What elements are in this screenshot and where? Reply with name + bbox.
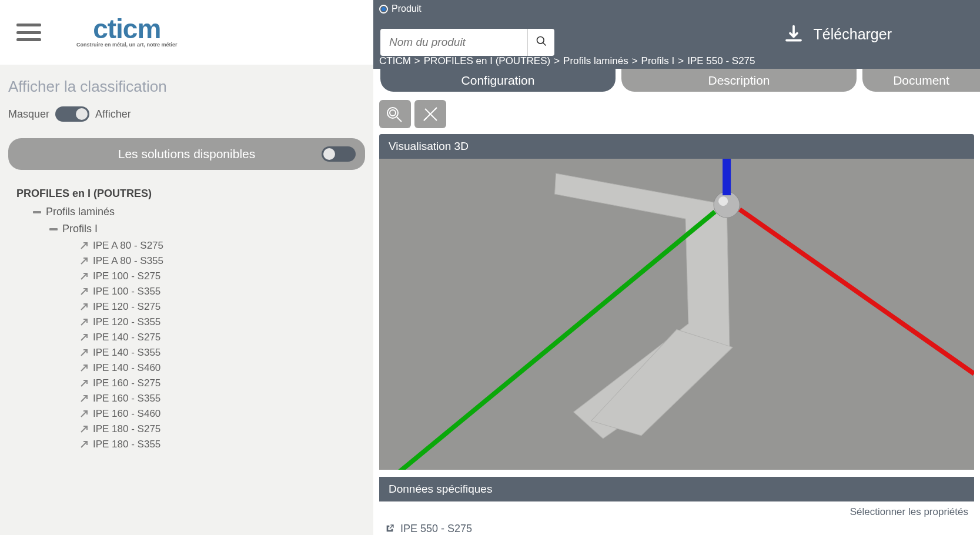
- zoom-icon: [385, 105, 405, 123]
- tree-leaf[interactable]: IPE 120 - S355: [80, 316, 363, 328]
- tree: PROFILES en I (POUTRES) Profils laminés …: [0, 188, 373, 535]
- tree-leaf[interactable]: IPE 180 - S275: [80, 423, 363, 435]
- tool-row: [373, 92, 980, 134]
- product-radio[interactable]: Produit: [379, 4, 422, 14]
- tree-level1[interactable]: Profils laminés: [33, 206, 363, 218]
- arrow-icon: [80, 272, 88, 280]
- arrow-icon: [80, 333, 88, 342]
- tab-description[interactable]: Description: [621, 69, 857, 92]
- svg-line-6: [425, 109, 437, 121]
- sidebar: cticm Construire en métal, un art, notre…: [0, 0, 373, 535]
- svg-line-15: [740, 209, 974, 374]
- classification-toggle[interactable]: [55, 106, 89, 122]
- external-link-icon: [385, 524, 394, 533]
- tree-leaf[interactable]: IPE 100 - S275: [80, 270, 363, 282]
- svg-point-11: [714, 192, 740, 218]
- collapse-icon: [33, 211, 41, 213]
- tabs: Configuration Description Document: [373, 69, 980, 92]
- arrow-icon: [80, 318, 88, 326]
- tree-leaf[interactable]: IPE A 80 - S275: [80, 240, 363, 252]
- arrow-icon: [80, 410, 88, 418]
- classification-toggle-row: Masquer Afficher: [0, 106, 373, 132]
- specific-data-header: Données spécifiques: [379, 477, 974, 501]
- solutions-toggle[interactable]: [322, 146, 356, 162]
- tab-document[interactable]: Document: [862, 69, 980, 92]
- arrow-icon: [80, 379, 88, 387]
- tree-leaf[interactable]: IPE 180 - S355: [80, 439, 363, 450]
- ruler-pencil-icon: [420, 105, 440, 123]
- arrow-icon: [80, 242, 88, 250]
- svg-point-4: [390, 110, 396, 116]
- arrow-icon: [80, 303, 88, 311]
- header-band: Produit Télécharger CTICM>PROFILES en I …: [373, 0, 980, 69]
- breadcrumb[interactable]: CTICM>PROFILES en I (POUTRES)>Profils la…: [379, 55, 755, 67]
- tree-leaf[interactable]: IPE A 80 - S355: [80, 255, 363, 267]
- arrow-icon: [80, 287, 88, 296]
- tree-leaf[interactable]: IPE 140 - S355: [80, 347, 363, 359]
- logo[interactable]: cticm Construire en métal, un art, notre…: [76, 17, 178, 47]
- tree-leaf[interactable]: IPE 160 - S355: [80, 393, 363, 404]
- visualisation-header: Visualisation 3D: [379, 134, 974, 159]
- collapse-icon: [49, 228, 58, 230]
- svg-line-7: [424, 118, 426, 121]
- tree-root[interactable]: PROFILES en I (POUTRES): [16, 188, 363, 200]
- product-link-row[interactable]: IPE 550 - S275: [373, 523, 980, 535]
- svg-line-8: [434, 108, 437, 110]
- arrow-icon: [80, 440, 88, 449]
- solutions-bar[interactable]: Les solutions disponibles: [8, 138, 365, 170]
- show-label: Afficher: [95, 108, 131, 121]
- tree-leaf[interactable]: IPE 140 - S275: [80, 332, 363, 343]
- svg-point-12: [718, 196, 728, 206]
- download-button[interactable]: Télécharger: [783, 24, 892, 45]
- download-icon: [783, 24, 804, 45]
- tree-leaf[interactable]: IPE 120 - S275: [80, 301, 363, 313]
- hide-label: Masquer: [8, 108, 49, 121]
- search-input[interactable]: [380, 29, 527, 56]
- classification-title: Afficher la classification: [0, 65, 373, 106]
- select-properties-link[interactable]: Sélectionner les propriétés: [373, 501, 980, 523]
- svg-point-2: [387, 108, 398, 118]
- arrow-icon: [80, 425, 88, 433]
- svg-point-0: [537, 36, 544, 44]
- tab-configuration[interactable]: Configuration: [380, 69, 616, 92]
- hamburger-menu-icon[interactable]: [16, 24, 41, 41]
- svg-rect-13: [723, 159, 731, 195]
- solutions-label: Les solutions disponibles: [118, 147, 255, 161]
- arrow-icon: [80, 257, 88, 265]
- arrow-icon: [80, 394, 88, 403]
- tree-level2[interactable]: Profils I: [49, 223, 363, 235]
- tree-leaf[interactable]: IPE 100 - S355: [80, 286, 363, 297]
- tree-leaf[interactable]: IPE 140 - S460: [80, 362, 363, 374]
- visualisation-3d-viewport[interactable]: [379, 159, 974, 470]
- svg-line-3: [397, 117, 402, 122]
- main: Produit Télécharger CTICM>PROFILES en I …: [373, 0, 980, 535]
- svg-line-1: [543, 42, 546, 45]
- tree-leaf[interactable]: IPE 160 - S460: [80, 408, 363, 420]
- search-button[interactable]: [527, 29, 554, 56]
- measure-tool-button[interactable]: [414, 100, 446, 128]
- top-bar: cticm Construire en métal, un art, notre…: [0, 0, 373, 65]
- arrow-icon: [80, 349, 88, 357]
- arrow-icon: [80, 364, 88, 372]
- search-icon: [536, 35, 547, 47]
- tree-scroll[interactable]: PROFILES en I (POUTRES) Profils laminés …: [16, 188, 365, 470]
- tree-leaf[interactable]: IPE 160 - S275: [80, 377, 363, 389]
- zoom-tool-button[interactable]: [379, 100, 411, 128]
